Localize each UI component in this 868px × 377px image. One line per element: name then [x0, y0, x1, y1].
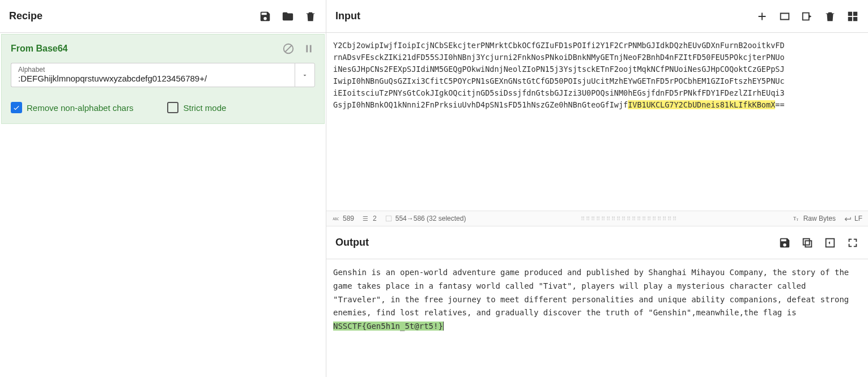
input-section: Input Y2Cbj2owipIwjfIoipIcjNCbSE — [326, 0, 868, 226]
checkbox-checked-icon — [11, 102, 22, 113]
replace-input-icon[interactable] — [824, 237, 836, 249]
output-cursor — [443, 322, 444, 331]
operation-block-from-base64: From Base64 Alphabet :DEFGhijklmnopqrstu… — [1, 34, 325, 124]
input-line: GsjpI0hNBnkOQ1kNnni2FnPrksiuUvhD4pSN1sFD… — [333, 100, 628, 109]
operation-title: From Base64 — [11, 44, 68, 54]
line-count: 2 — [362, 215, 377, 222]
copy-output-icon[interactable] — [801, 237, 814, 249]
char-count: ABC 589 — [332, 215, 354, 222]
svg-rect-12 — [805, 241, 811, 247]
svg-rect-2 — [306, 45, 308, 53]
svg-text:T: T — [793, 216, 796, 221]
encoding-selector[interactable]: TT Raw Bytes — [793, 215, 836, 222]
pause-operation-icon[interactable] — [303, 42, 315, 55]
maximize-output-icon[interactable] — [846, 237, 859, 249]
output-header: Output — [326, 226, 868, 259]
save-recipe-icon[interactable] — [259, 10, 271, 23]
alphabet-label: Alphabet — [18, 66, 288, 74]
input-textarea[interactable]: Y2Cbj2owipIwjfIoipIcjNCbSEkcjterPNMrktCb… — [326, 33, 868, 211]
recipe-header: Recipe — [0, 0, 326, 33]
strict-mode-checkbox[interactable]: Strict mode — [167, 102, 226, 113]
right-pane: Input Y2Cbj2owipIwjfIoipIcjNCbSE — [326, 0, 868, 377]
output-header-icons — [778, 237, 859, 249]
operation-header: From Base64 — [11, 42, 315, 55]
input-status-bar: ABC 589 2 554→586 (32 selected) ⠿⠿⠿⠿⠿⠿⠿⠿… — [326, 211, 868, 226]
delete-recipe-icon[interactable] — [304, 10, 317, 23]
remove-non-alpha-checkbox[interactable]: Remove non-alphabet chars — [11, 102, 133, 113]
svg-rect-6 — [848, 16, 852, 20]
output-flag-highlight: NSSCTF{Gen5h1n_5t@rt5!} — [333, 322, 443, 331]
input-highlight: IVB1UKCLG7Y2CbUDneis81kLIfkKBomX — [628, 100, 775, 109]
input-line: IwipI0hNBnGuQsGZIxi3CfitC5POYcPN1sGEXnGN… — [333, 76, 785, 85]
alphabet-field[interactable]: Alphabet :DEFGhijklmnopqrstuvwxyzabcdefg… — [11, 63, 295, 87]
strict-mode-label: Strict mode — [183, 103, 226, 113]
input-header-icons — [756, 10, 859, 23]
svg-rect-7 — [853, 16, 857, 20]
input-title: Input — [335, 10, 360, 22]
svg-rect-5 — [853, 11, 857, 15]
input-line: iNesGJHpCNs2FEXpSJIdiNM5GEQgPOkwiNdnjNeo… — [333, 65, 785, 74]
input-header: Input — [326, 0, 868, 33]
open-folder-icon[interactable] — [778, 10, 791, 23]
open-file-icon[interactable] — [801, 10, 814, 23]
save-output-icon[interactable] — [778, 237, 791, 249]
load-recipe-icon[interactable] — [282, 10, 294, 23]
alphabet-dropdown-button[interactable] — [295, 63, 315, 87]
output-title: Output — [335, 237, 369, 249]
eol-selector[interactable]: LF — [844, 215, 862, 222]
recipe-header-icons — [259, 10, 317, 23]
recipe-title: Recipe — [9, 10, 42, 22]
input-line: Y2Cbj2owipIwjfIoipIcjNCbSEkcjterPNMrktCb… — [333, 41, 785, 50]
remove-non-alpha-label: Remove non-alphabet chars — [27, 103, 133, 113]
operation-icons — [282, 42, 315, 55]
checkbox-row: Remove non-alphabet chars Strict mode — [11, 97, 315, 113]
svg-rect-4 — [848, 11, 852, 15]
disable-operation-icon[interactable] — [282, 42, 295, 55]
alphabet-field-row: Alphabet :DEFGhijklmnopqrstuvwxyzabcdefg… — [11, 63, 315, 87]
recipe-pane: Recipe From Base64 — [0, 0, 326, 377]
output-textarea[interactable]: Genshin is an open-world adventure game … — [326, 259, 868, 377]
clear-input-icon[interactable] — [824, 10, 836, 23]
output-body: Genshin is an open-world adventure game … — [333, 268, 849, 317]
alphabet-value: :DEFGhijklmnopqrstuvwxyzabcdefg012345678… — [18, 74, 288, 83]
svg-rect-9 — [386, 216, 391, 221]
input-line: rnADsvFEsckZIKi21dFD55SJI0hNBnj3Ycjurni2… — [333, 53, 785, 62]
selection-info: 554→586 (32 selected) — [385, 215, 466, 222]
svg-text:T: T — [796, 218, 798, 221]
add-input-icon[interactable] — [756, 10, 768, 23]
input-line: iEIoitsciuTzPNYsGtCokJIgkOQcitjnGD5siDss… — [333, 88, 785, 97]
svg-rect-3 — [310, 45, 312, 53]
svg-text:ABC: ABC — [333, 217, 339, 221]
svg-line-1 — [286, 46, 292, 52]
checkbox-unchecked-icon — [167, 102, 178, 113]
drag-handle[interactable]: ⠿⠿⠿⠿⠿⠿⠿⠿⠿⠿⠿⠿⠿⠿⠿⠿⠿⠿⠿ — [474, 216, 784, 222]
svg-rect-13 — [803, 238, 810, 245]
output-section: Output Genshin is an open-world adventur… — [326, 226, 868, 377]
reset-layout-icon[interactable] — [846, 10, 859, 23]
input-trailing: == — [775, 100, 784, 109]
